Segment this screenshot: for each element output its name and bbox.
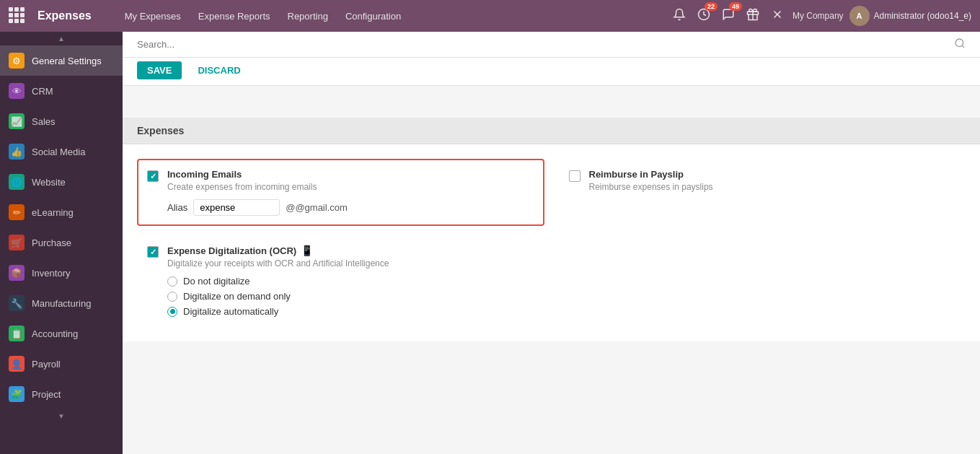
notification-icon[interactable] — [670, 5, 689, 27]
grid-icon[interactable] — [9, 7, 26, 25]
reimburse-payslip-title: Reimburse in Payslip — [589, 169, 956, 180]
incoming-emails-card: Incoming Emails Create expenses from inc… — [137, 159, 544, 226]
radio-group: Do not digitalize Digitalize on demand o… — [167, 276, 534, 317]
radio-on-demand[interactable]: Digitalize on demand only — [167, 291, 534, 302]
crm-icon: 👁 — [9, 83, 25, 99]
purchase-icon: 🛒 — [9, 235, 25, 250]
sidebar-item-website[interactable]: 🌐 Website — [0, 167, 123, 197]
save-button[interactable]: SAVE — [137, 61, 182, 79]
topbar: Expenses My Expenses Expense Reports Rep… — [0, 0, 980, 32]
incoming-emails-checkbox[interactable] — [147, 170, 159, 182]
radio-automatically-circle — [167, 307, 177, 317]
incoming-emails-title: Incoming Emails — [167, 169, 534, 180]
nav-reporting[interactable]: Reporting — [281, 6, 335, 26]
close-icon[interactable] — [768, 5, 787, 27]
chat-icon[interactable]: 49 — [719, 5, 738, 27]
sales-icon: 📈 — [9, 113, 25, 129]
sidebar-item-general-settings[interactable]: ⚙ General Settings — [0, 45, 123, 76]
expense-digitalization-card: Expense Digitalization (OCR) 📱 Digitaliz… — [137, 235, 544, 327]
expense-digitalization-checkbox[interactable] — [147, 246, 159, 258]
incoming-emails-desc: Create expenses from incoming emails — [167, 182, 534, 192]
left-settings-column: Incoming Emails Create expenses from inc… — [137, 159, 544, 327]
sidebar-item-sales[interactable]: 📈 Sales — [0, 106, 123, 136]
expense-digitalization-desc: Digitalize your receipts with OCR and Ar… — [167, 258, 534, 269]
sidebar-item-inventory[interactable]: 📦 Inventory — [0, 258, 123, 288]
alias-suffix: @@gmail.com — [286, 202, 348, 213]
sidebar-label-purchase: Purchase — [32, 237, 71, 248]
nav-configuration[interactable]: Configuration — [338, 6, 408, 26]
search-input[interactable] — [137, 39, 948, 50]
alias-label: Alias — [167, 202, 187, 213]
settings-body: Expenses Incoming Emails Create expenses… — [123, 118, 980, 454]
radio-do-not-digitalize[interactable]: Do not digitalize — [167, 276, 534, 287]
reimburse-payslip-checkbox[interactable] — [569, 170, 581, 182]
section-title: Expenses — [123, 118, 980, 144]
payroll-icon: 👤 — [9, 356, 25, 372]
project-icon: 🧩 — [9, 386, 25, 402]
radio-do-not-digitalize-circle — [167, 276, 177, 287]
alias-input[interactable] — [193, 199, 280, 216]
sidebar: ▲ ⚙ General Settings 👁 CRM 📈 Sales 👍 Soc… — [0, 32, 123, 454]
sidebar-label-general-settings: General Settings — [32, 56, 102, 66]
general-settings-icon: ⚙ — [9, 53, 25, 69]
section-body: Incoming Emails Create expenses from inc… — [123, 144, 980, 341]
svg-point-5 — [955, 39, 963, 47]
svg-line-6 — [962, 45, 964, 48]
inventory-icon: 📦 — [9, 265, 25, 281]
sidebar-label-website: Website — [32, 177, 66, 188]
gift-icon[interactable] — [743, 5, 762, 27]
search-icon — [954, 38, 966, 51]
chat-badge: 49 — [729, 2, 742, 11]
sidebar-label-accounting: Accounting — [32, 328, 78, 339]
clock-badge: 22 — [705, 2, 718, 11]
sidebar-label-social-media: Social Media — [32, 147, 85, 157]
website-icon: 🌐 — [9, 174, 25, 190]
reimburse-payslip-info: Reimburse in Payslip Reimburse expenses … — [589, 169, 956, 199]
sidebar-item-crm[interactable]: 👁 CRM — [0, 76, 123, 106]
app-name: Expenses — [37, 9, 92, 22]
sidebar-label-sales: Sales — [32, 116, 56, 127]
elearning-icon: ✏ — [9, 204, 25, 220]
user-menu[interactable]: A Administrator (odoo14_e) — [849, 6, 971, 26]
sidebar-label-manufacturing: Manufacturing — [32, 298, 91, 309]
search-bar — [123, 32, 980, 58]
company-name[interactable]: My Company — [793, 11, 844, 21]
radio-on-demand-circle — [167, 292, 177, 302]
manufacturing-icon: 🔧 — [9, 295, 25, 311]
discard-button[interactable]: DISCARD — [187, 61, 250, 79]
sidebar-item-purchase[interactable]: 🛒 Purchase — [0, 227, 123, 258]
sidebar-label-project: Project — [32, 389, 61, 400]
avatar: A — [849, 6, 870, 26]
sidebar-item-project[interactable]: 🧩 Project — [0, 379, 123, 409]
accounting-icon: 📋 — [9, 326, 25, 341]
sidebar-label-payroll: Payroll — [32, 359, 61, 370]
nav-expense-reports[interactable]: Expense Reports — [191, 6, 278, 26]
right-settings-column: Reimburse in Payslip Reimburse expenses … — [559, 159, 966, 327]
sidebar-item-social-media[interactable]: 👍 Social Media — [0, 136, 123, 167]
sidebar-item-payroll[interactable]: 👤 Payroll — [0, 349, 123, 379]
reimburse-payslip-card: Reimburse in Payslip Reimburse expenses … — [559, 159, 966, 209]
sidebar-item-manufacturing[interactable]: 🔧 Manufacturing — [0, 288, 123, 318]
sidebar-scroll-down[interactable]: ▼ — [0, 409, 123, 423]
layout: ▲ ⚙ General Settings 👁 CRM 📈 Sales 👍 Soc… — [0, 32, 980, 454]
expense-digitalization-title: Expense Digitalization (OCR) 📱 — [167, 245, 534, 256]
main-content: Settings SAVE DISCARD Expenses Inc — [123, 32, 980, 454]
settings-toolbar: SAVE DISCARD — [137, 61, 966, 79]
incoming-emails-info: Incoming Emails Create expenses from inc… — [167, 169, 534, 216]
sidebar-item-elearning[interactable]: ✏ eLearning — [0, 197, 123, 227]
sidebar-item-accounting[interactable]: 📋 Accounting — [0, 318, 123, 349]
nav-my-expenses[interactable]: My Expenses — [118, 6, 188, 26]
sidebar-scroll-up[interactable]: ▲ — [0, 32, 123, 45]
expense-digitalization-info: Expense Digitalization (OCR) 📱 Digitaliz… — [167, 245, 534, 317]
topbar-actions: 22 49 My Company A Administrator (odoo14… — [670, 5, 971, 27]
alias-row: Alias @@gmail.com — [167, 199, 534, 216]
reimburse-payslip-desc: Reimburse expenses in payslips — [589, 182, 956, 192]
clock-icon[interactable]: 22 — [694, 5, 713, 27]
topnav: My Expenses Expense Reports Reporting Co… — [118, 6, 658, 26]
sidebar-label-crm: CRM — [32, 86, 53, 97]
radio-automatically[interactable]: Digitalize automatically — [167, 306, 534, 317]
sidebar-label-inventory: Inventory — [32, 268, 70, 279]
social-media-icon: 👍 — [9, 144, 25, 160]
username: Administrator (odoo14_e) — [874, 11, 971, 21]
ocr-icon: 📱 — [301, 245, 313, 256]
